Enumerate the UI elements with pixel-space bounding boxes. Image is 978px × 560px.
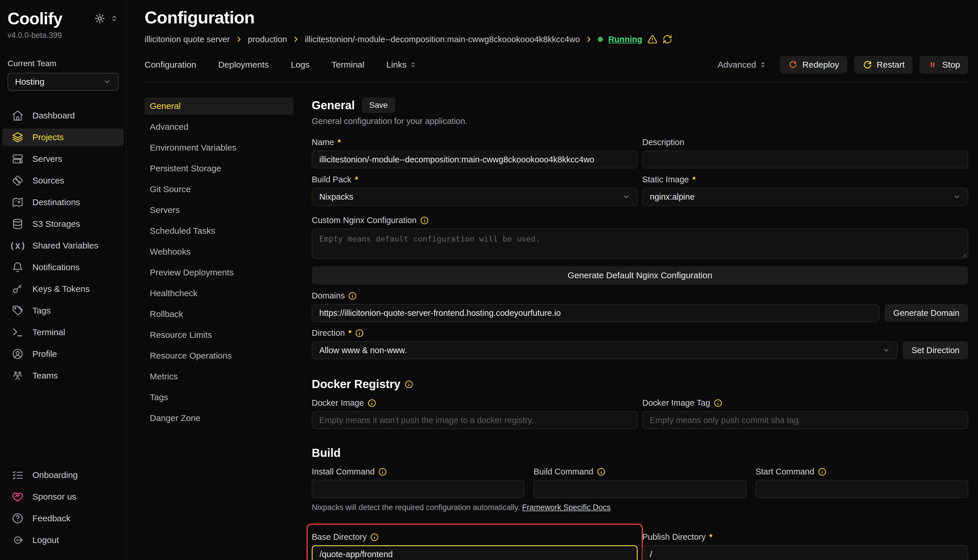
team-select-value: Hosting <box>15 77 45 87</box>
subnav-preview-deployments[interactable]: Preview Deployments <box>145 264 294 281</box>
direction-value: Allow www & non-www. <box>319 346 407 355</box>
sidebar-item-profile[interactable]: Profile <box>2 345 124 363</box>
tab-logs[interactable]: Logs <box>291 60 310 70</box>
start-command-input[interactable] <box>756 480 968 498</box>
sidebar-item-sponsor-us[interactable]: Sponsor us <box>2 488 124 505</box>
tab-terminal[interactable]: Terminal <box>332 60 364 70</box>
chevron-down-icon <box>883 347 890 354</box>
sidebar-item-sources[interactable]: Sources <box>2 172 124 189</box>
settings-subnav: General Advanced Environment Variables P… <box>145 97 294 560</box>
subnav-danger-zone[interactable]: Danger Zone <box>145 410 294 427</box>
docker-image-tag-input[interactable] <box>642 411 968 429</box>
tab-deployments[interactable]: Deployments <box>218 60 269 70</box>
refresh-icon[interactable] <box>662 34 672 44</box>
breadcrumb-project[interactable]: illicitonion quote server <box>145 35 230 44</box>
theme-chevrons-up-down-icon[interactable] <box>110 14 119 23</box>
subnav-metrics[interactable]: Metrics <box>145 368 294 385</box>
app-logo: Coolify <box>8 9 62 28</box>
subnav-resource-operations[interactable]: Resource Operations <box>145 347 294 364</box>
sidebar-item-dashboard[interactable]: Dashboard <box>2 107 124 124</box>
sidebar-item-onboarding[interactable]: Onboarding <box>2 467 124 484</box>
sidebar-item-shared-variables[interactable]: (x) Shared Variables <box>2 237 124 254</box>
tab-links[interactable]: Links <box>386 60 417 70</box>
set-direction-button[interactable]: Set Direction <box>903 341 968 359</box>
sidebar-item-label: Teams <box>32 371 58 380</box>
install-command-input[interactable] <box>312 480 524 498</box>
base-directory-input[interactable] <box>312 545 638 560</box>
name-label: Name <box>312 138 334 147</box>
custom-nginx-textarea[interactable] <box>312 228 968 258</box>
sidebar-item-logout[interactable]: Logout <box>2 532 124 549</box>
tab-links-label: Links <box>386 60 406 70</box>
build-pack-select[interactable]: Nixpacks <box>312 188 638 206</box>
direction-select[interactable]: Allow www & non-www. <box>312 341 898 359</box>
info-icon <box>597 468 605 476</box>
subnav-healthcheck[interactable]: Healthcheck <box>145 285 294 302</box>
docker-image-input[interactable] <box>312 411 638 429</box>
subnav-rollback[interactable]: Rollback <box>145 305 294 323</box>
breadcrumb-environment[interactable]: production <box>248 35 287 44</box>
restart-button[interactable]: Restart <box>854 56 913 74</box>
build-pack-label: Build Pack <box>312 175 351 184</box>
info-icon <box>405 380 413 388</box>
subnav-tags[interactable]: Tags <box>145 388 294 406</box>
sidebar-item-projects[interactable]: Projects <box>2 128 124 146</box>
domains-row: Domains Generate Domain <box>312 291 968 322</box>
advanced-dropdown[interactable]: Advanced <box>717 60 766 70</box>
layers-icon <box>12 131 24 143</box>
static-image-select[interactable]: nginx:alpine <box>642 188 968 206</box>
framework-docs-link[interactable]: Framework Specific Docs <box>522 503 610 512</box>
sidebar-item-teams[interactable]: Teams <box>2 367 124 384</box>
sidebar-item-tags[interactable]: Tags <box>2 302 124 319</box>
sidebar-item-terminal[interactable]: Terminal <box>2 323 124 341</box>
sidebar-item-label: S3 Storages <box>32 219 80 229</box>
save-button[interactable]: Save <box>362 97 395 113</box>
docker-image-field-group: Docker Image <box>312 398 638 429</box>
docker-image-tag-field-group: Docker Image Tag <box>642 398 968 429</box>
sidebar-item-label: Dashboard <box>32 111 75 120</box>
info-icon <box>370 533 379 542</box>
sidebar-item-servers[interactable]: Servers <box>2 150 124 168</box>
status-running-link[interactable]: Running <box>608 35 642 44</box>
publish-directory-field-group: Publish Directory * <box>642 532 968 560</box>
required-asterisk: * <box>338 138 341 147</box>
name-input[interactable] <box>312 150 638 168</box>
subnav-webhooks[interactable]: Webhooks <box>145 243 294 260</box>
subnav-persistent-storage[interactable]: Persistent Storage <box>145 160 294 177</box>
domains-input[interactable] <box>312 304 879 322</box>
direction-row: Direction * Allow www & non-www. Set Dir… <box>312 328 968 359</box>
tab-configuration[interactable]: Configuration <box>145 60 196 70</box>
breadcrumb-application[interactable]: illicitestonion/-module--decomposition:m… <box>305 35 580 44</box>
subnav-environment-variables[interactable]: Environment Variables <box>145 139 294 156</box>
warning-triangle-icon[interactable] <box>647 34 657 44</box>
main-content: Configuration illicitonion quote server … <box>126 0 978 560</box>
generate-domain-button[interactable]: Generate Domain <box>884 304 968 322</box>
server-icon <box>12 153 24 165</box>
publish-directory-input[interactable] <box>642 545 968 560</box>
generate-nginx-button[interactable]: Generate Default Nginx Configuration <box>312 266 968 285</box>
info-icon <box>714 399 722 407</box>
sidebar-item-destinations[interactable]: Destinations <box>2 193 124 211</box>
subnav-general[interactable]: General <box>145 97 294 115</box>
info-icon <box>348 292 357 300</box>
sidebar-item-feedback[interactable]: Feedback <box>2 510 124 527</box>
install-command-label: Install Command <box>312 467 375 477</box>
team-select[interactable]: Hosting <box>8 73 119 91</box>
sidebar-footer-nav: Onboarding Sponsor us Feedback Logout <box>2 467 124 553</box>
subnav-scheduled-tasks[interactable]: Scheduled Tasks <box>145 222 294 240</box>
build-command-input[interactable] <box>533 480 746 498</box>
chevron-right-icon <box>585 35 592 43</box>
subnav-advanced[interactable]: Advanced <box>145 118 294 135</box>
redeploy-button[interactable]: Redeploy <box>780 56 847 74</box>
stop-button[interactable]: Stop <box>919 56 968 74</box>
subnav-servers[interactable]: Servers <box>145 202 294 219</box>
sidebar-item-label: Keys & Tokens <box>32 284 90 294</box>
sidebar-item-notifications[interactable]: Notifications <box>2 258 124 276</box>
nixpacks-note-text: Nixpacks will detect the required config… <box>312 503 520 512</box>
sidebar-item-s3-storages[interactable]: S3 Storages <box>2 215 124 233</box>
sidebar-item-keys-tokens[interactable]: Keys & Tokens <box>2 280 124 298</box>
theme-toggle-sun-icon[interactable] <box>94 13 105 24</box>
subnav-git-source[interactable]: Git Source <box>145 181 294 198</box>
subnav-resource-limits[interactable]: Resource Limits <box>145 326 294 343</box>
description-input[interactable] <box>642 150 968 168</box>
